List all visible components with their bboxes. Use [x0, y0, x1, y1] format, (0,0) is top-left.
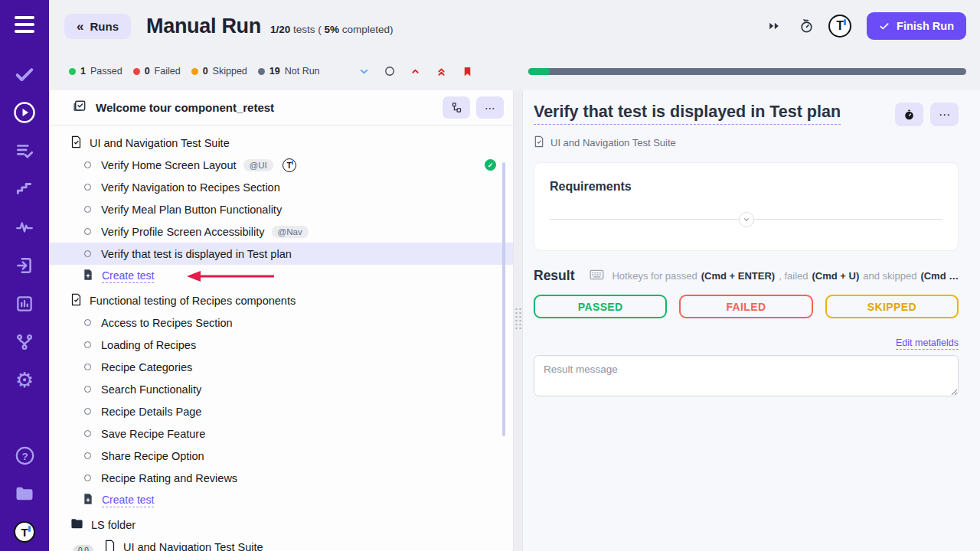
test-bullet-icon — [84, 430, 91, 437]
check-icon — [879, 21, 890, 31]
panel-resize-divider[interactable] — [513, 90, 523, 551]
test-label: Recipe Details Page — [101, 406, 201, 418]
test-bullet-icon — [84, 206, 91, 213]
passed-legend: 1Passed — [69, 66, 122, 77]
suite-doc-icon — [70, 135, 82, 151]
failed-button[interactable]: FAILED — [679, 295, 812, 318]
test-row[interactable]: Recipe Categories — [49, 356, 513, 378]
sidebar-item-analytics[interactable] — [0, 285, 49, 323]
test-bullet-icon — [84, 408, 91, 415]
status-legend: 1Passed 0Failed 0Skipped 19Not Run — [69, 66, 320, 77]
test-row[interactable]: Verify Meal Plan Button Functionality — [49, 198, 513, 220]
test-label: Verify Meal Plan Button Functionality — [101, 204, 282, 216]
timer-icon[interactable] — [796, 16, 816, 36]
test-label: Share Recipe Option — [101, 450, 204, 462]
test-row[interactable]: Recipe Rating and Reviews — [49, 467, 513, 489]
tag-badge: @Nav — [272, 226, 309, 238]
finish-run-label: Finish Run — [897, 20, 954, 32]
status-filter-row: 1Passed 0Failed 0Skipped 19Not Run — [49, 52, 980, 90]
test-row[interactable]: Verify Navigation to Recipes Section — [49, 176, 513, 198]
analytics-icon — [15, 294, 34, 314]
sidebar-item-tests[interactable] — [0, 55, 49, 93]
test-row[interactable]: Verify Home Screen Layout @UI T ✓ — [49, 154, 513, 176]
skipped-legend: 0Skipped — [191, 66, 247, 77]
result-message-input[interactable] — [534, 355, 959, 396]
pulse-icon — [15, 217, 34, 237]
tests-ratio: 1/20 — [270, 24, 290, 35]
passed-dot-icon — [69, 68, 76, 75]
back-to-runs-button[interactable]: « Runs — [64, 14, 131, 39]
check-icon — [14, 64, 35, 85]
bookmark-icon[interactable] — [462, 65, 473, 78]
sidebar-logo[interactable]: T — [0, 513, 49, 551]
priority-up-icon[interactable] — [410, 66, 421, 77]
suite-row-partial[interactable]: 0.0 UI and Navigation Test Suite — [49, 536, 513, 551]
suite-name: UI and Navigation Test Suite — [90, 137, 230, 149]
sidebar-item-branches[interactable] — [0, 323, 49, 361]
test-row[interactable]: Access to Recipes Section — [49, 311, 513, 334]
count-badge: 0.0 — [74, 545, 93, 551]
import-icon — [15, 256, 34, 276]
skipped-button[interactable]: SKIPPED — [825, 295, 959, 318]
test-plans-icon — [15, 141, 34, 161]
folder-row[interactable]: LS folder — [49, 514, 513, 536]
priority-double-up-icon[interactable] — [436, 66, 447, 77]
sidebar-item-pulse[interactable] — [0, 208, 49, 246]
circle-filter-icon[interactable] — [384, 66, 395, 77]
suite-row[interactable]: Functional testing of Recipes components — [49, 289, 513, 311]
test-row[interactable]: Recipe Details Page — [49, 400, 513, 422]
suite-doc-icon — [534, 135, 544, 150]
test-row-selected[interactable]: Verify that test is displayed in Test pl… — [49, 243, 513, 265]
detail-suite-ref[interactable]: UI and Navigation Test Suite — [534, 135, 959, 150]
finish-run-button[interactable]: Finish Run — [867, 12, 966, 40]
suite-name: UI and Navigation Test Suite — [123, 541, 263, 551]
suite-name: Functional testing of Recipes components — [90, 295, 296, 307]
more-icon: ⋯ — [939, 108, 950, 122]
test-row[interactable]: Search Functionality — [49, 378, 513, 400]
svg-text:?: ? — [21, 450, 28, 461]
test-row[interactable]: Share Recipe Option — [49, 445, 513, 467]
test-bullet-icon — [84, 452, 91, 459]
test-row[interactable]: Verify Profile Screen Accessibility @Nav — [49, 220, 513, 243]
test-bullet-icon — [84, 161, 91, 168]
detail-more-button[interactable]: ⋯ — [930, 103, 959, 126]
sidebar-item-import[interactable] — [0, 246, 49, 285]
sidebar-item-projects[interactable] — [0, 474, 49, 513]
testomat-test-icon: T — [283, 158, 296, 172]
project-logo[interactable]: T — [828, 15, 851, 37]
requirements-expand-button[interactable] — [739, 212, 754, 227]
app-sidebar: ⚙ ? T — [0, 0, 49, 551]
edit-metafields-link[interactable]: Edit metafields — [896, 337, 959, 350]
help-icon: ? — [15, 445, 35, 466]
test-row[interactable]: Save Recipe Feature — [49, 422, 513, 445]
sidebar-item-settings[interactable]: ⚙ — [0, 361, 49, 399]
sidebar-item-steps[interactable] — [0, 170, 49, 208]
tree-scrollbar[interactable] — [502, 162, 505, 436]
notrun-legend: 19Not Run — [258, 66, 320, 77]
more-icon: ⋯ — [485, 102, 495, 114]
test-label: Access to Recipes Section — [101, 317, 233, 329]
hamburger-icon — [15, 16, 34, 33]
fast-forward-icon[interactable] — [764, 16, 784, 36]
settings-gear-icon: ⚙ — [15, 370, 34, 391]
sidebar-item-test-plans[interactable] — [0, 132, 49, 170]
tree-view-button[interactable] — [443, 96, 470, 119]
tree-more-button[interactable]: ⋯ — [476, 96, 504, 119]
runs-play-icon — [13, 101, 36, 124]
sidebar-item-help[interactable]: ? — [0, 436, 49, 474]
expand-chevron-down-icon[interactable] — [358, 66, 370, 77]
test-label: Save Recipe Feature — [101, 428, 205, 440]
sidebar-item-runs[interactable] — [0, 93, 49, 132]
test-detail-title[interactable]: Verify that test is displayed in Test pl… — [534, 103, 841, 125]
menu-icon[interactable] — [0, 6, 49, 43]
quick-filters — [358, 65, 473, 78]
passed-button[interactable]: PASSED — [534, 295, 667, 318]
keyboard-icon — [590, 269, 604, 283]
create-test-link[interactable]: Create test — [102, 494, 154, 507]
tag-badge: @UI — [243, 159, 273, 171]
create-test-row: Create test — [49, 489, 513, 511]
create-test-link[interactable]: Create test — [102, 269, 154, 283]
detail-timer-button[interactable] — [895, 103, 923, 126]
suite-row[interactable]: UI and Navigation Test Suite — [49, 132, 513, 154]
test-row[interactable]: Loading of Recipes — [49, 334, 513, 356]
